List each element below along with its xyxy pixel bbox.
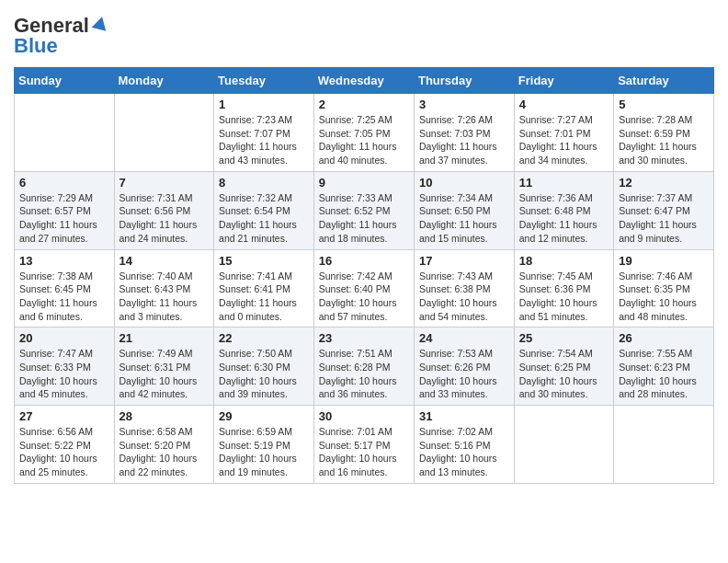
col-header-saturday: Saturday — [614, 68, 714, 94]
cell-content: Sunrise: 6:59 AM Sunset: 5:19 PM Dayligh… — [219, 425, 309, 479]
calendar-cell: 31Sunrise: 7:02 AM Sunset: 5:16 PM Dayli… — [414, 406, 514, 484]
day-number: 16 — [319, 254, 409, 268]
calendar-cell: 20Sunrise: 7:47 AM Sunset: 6:33 PM Dayli… — [15, 327, 115, 406]
logo-blue-text: Blue — [14, 34, 58, 58]
cell-content: Sunrise: 7:42 AM Sunset: 6:40 PM Dayligh… — [319, 270, 409, 324]
cell-content: Sunrise: 6:56 AM Sunset: 5:22 PM Dayligh… — [19, 425, 109, 479]
calendar-header-row: SundayMondayTuesdayWednesdayThursdayFrid… — [15, 68, 714, 94]
cell-content: Sunrise: 7:29 AM Sunset: 6:57 PM Dayligh… — [19, 191, 109, 246]
cell-content: Sunrise: 7:47 AM Sunset: 6:33 PM Dayligh… — [19, 347, 109, 401]
cell-content: Sunrise: 7:41 AM Sunset: 6:41 PM Dayligh… — [219, 270, 309, 324]
cell-content: Sunrise: 7:55 AM Sunset: 6:23 PM Dayligh… — [619, 347, 709, 401]
calendar-cell — [614, 406, 714, 484]
calendar-cell: 17Sunrise: 7:43 AM Sunset: 6:38 PM Dayli… — [414, 249, 514, 327]
calendar-cell: 30Sunrise: 7:01 AM Sunset: 5:17 PM Dayli… — [313, 406, 414, 484]
calendar-cell: 23Sunrise: 7:51 AM Sunset: 6:28 PM Dayli… — [313, 327, 414, 406]
cell-content: Sunrise: 7:01 AM Sunset: 5:17 PM Dayligh… — [319, 425, 409, 479]
calendar-cell: 9Sunrise: 7:33 AM Sunset: 6:52 PM Daylig… — [313, 171, 414, 249]
calendar-week-row: 13Sunrise: 7:38 AM Sunset: 6:45 PM Dayli… — [15, 249, 714, 327]
day-number: 8 — [219, 176, 309, 190]
day-number: 11 — [519, 176, 609, 190]
day-number: 2 — [319, 98, 409, 111]
calendar-cell: 5Sunrise: 7:28 AM Sunset: 6:59 PM Daylig… — [614, 94, 714, 172]
day-number: 20 — [19, 331, 109, 345]
day-number: 1 — [219, 98, 309, 111]
day-number: 7 — [119, 176, 210, 190]
col-header-thursday: Thursday — [414, 68, 514, 94]
calendar-week-row: 6Sunrise: 7:29 AM Sunset: 6:57 PM Daylig… — [15, 171, 714, 249]
day-number: 22 — [219, 331, 309, 345]
day-number: 10 — [419, 176, 509, 190]
day-number: 5 — [619, 98, 709, 111]
cell-content: Sunrise: 7:25 AM Sunset: 7:05 PM Dayligh… — [319, 113, 409, 167]
col-header-sunday: Sunday — [15, 68, 115, 94]
calendar-cell: 7Sunrise: 7:31 AM Sunset: 6:56 PM Daylig… — [114, 171, 214, 249]
day-number: 24 — [419, 331, 509, 345]
calendar-cell: 21Sunrise: 7:49 AM Sunset: 6:31 PM Dayli… — [114, 327, 214, 406]
calendar-cell: 26Sunrise: 7:55 AM Sunset: 6:23 PM Dayli… — [614, 327, 714, 406]
cell-content: Sunrise: 7:40 AM Sunset: 6:43 PM Dayligh… — [119, 270, 210, 324]
cell-content: Sunrise: 7:28 AM Sunset: 6:59 PM Dayligh… — [619, 113, 709, 167]
cell-content: Sunrise: 7:23 AM Sunset: 7:07 PM Dayligh… — [219, 113, 309, 167]
cell-content: Sunrise: 7:45 AM Sunset: 6:36 PM Dayligh… — [519, 270, 609, 324]
day-number: 26 — [619, 331, 709, 345]
calendar-cell: 15Sunrise: 7:41 AM Sunset: 6:41 PM Dayli… — [214, 249, 314, 327]
cell-content: Sunrise: 7:36 AM Sunset: 6:48 PM Dayligh… — [519, 191, 609, 246]
day-number: 3 — [419, 98, 509, 111]
calendar-cell: 24Sunrise: 7:53 AM Sunset: 6:26 PM Dayli… — [414, 327, 514, 406]
cell-content: Sunrise: 7:26 AM Sunset: 7:03 PM Dayligh… — [419, 113, 509, 167]
day-number: 12 — [619, 176, 709, 190]
calendar-cell: 6Sunrise: 7:29 AM Sunset: 6:57 PM Daylig… — [15, 171, 115, 249]
day-number: 29 — [219, 409, 309, 423]
day-number: 23 — [319, 331, 409, 345]
cell-content: Sunrise: 7:32 AM Sunset: 6:54 PM Dayligh… — [219, 191, 309, 246]
day-number: 19 — [619, 254, 709, 268]
day-number: 15 — [219, 254, 309, 268]
day-number: 14 — [119, 254, 210, 268]
calendar-cell: 14Sunrise: 7:40 AM Sunset: 6:43 PM Dayli… — [114, 249, 214, 327]
cell-content: Sunrise: 7:53 AM Sunset: 6:26 PM Dayligh… — [419, 347, 509, 401]
cell-content: Sunrise: 7:34 AM Sunset: 6:50 PM Dayligh… — [419, 191, 509, 246]
logo: General Blue — [14, 14, 109, 58]
cell-content: Sunrise: 7:51 AM Sunset: 6:28 PM Dayligh… — [319, 347, 409, 401]
cell-content: Sunrise: 7:33 AM Sunset: 6:52 PM Dayligh… — [319, 191, 409, 246]
day-number: 9 — [319, 176, 409, 190]
cell-content: Sunrise: 7:31 AM Sunset: 6:56 PM Dayligh… — [119, 191, 210, 246]
calendar-cell: 25Sunrise: 7:54 AM Sunset: 6:25 PM Dayli… — [514, 327, 613, 406]
calendar-cell: 4Sunrise: 7:27 AM Sunset: 7:01 PM Daylig… — [514, 94, 613, 172]
cell-content: Sunrise: 7:46 AM Sunset: 6:35 PM Dayligh… — [619, 270, 709, 324]
day-number: 31 — [419, 409, 509, 423]
calendar-week-row: 20Sunrise: 7:47 AM Sunset: 6:33 PM Dayli… — [15, 327, 714, 406]
calendar-cell: 3Sunrise: 7:26 AM Sunset: 7:03 PM Daylig… — [414, 94, 514, 172]
calendar-cell: 18Sunrise: 7:45 AM Sunset: 6:36 PM Dayli… — [514, 249, 613, 327]
calendar-cell: 2Sunrise: 7:25 AM Sunset: 7:05 PM Daylig… — [313, 94, 414, 172]
cell-content: Sunrise: 7:54 AM Sunset: 6:25 PM Dayligh… — [519, 347, 609, 401]
day-number: 28 — [119, 409, 210, 423]
calendar-table: SundayMondayTuesdayWednesdayThursdayFrid… — [14, 67, 714, 484]
col-header-friday: Friday — [514, 68, 613, 94]
svg-marker-0 — [92, 15, 109, 31]
calendar-cell: 16Sunrise: 7:42 AM Sunset: 6:40 PM Dayli… — [313, 249, 414, 327]
day-number: 4 — [519, 98, 609, 111]
col-header-wednesday: Wednesday — [313, 68, 414, 94]
page-header: General Blue — [14, 14, 714, 58]
day-number: 27 — [19, 409, 109, 423]
col-header-monday: Monday — [114, 68, 214, 94]
calendar-cell: 28Sunrise: 6:58 AM Sunset: 5:20 PM Dayli… — [114, 406, 214, 484]
day-number: 21 — [119, 331, 210, 345]
cell-content: Sunrise: 7:02 AM Sunset: 5:16 PM Dayligh… — [419, 425, 509, 479]
day-number: 30 — [319, 409, 409, 423]
day-number: 17 — [419, 254, 509, 268]
calendar-cell: 11Sunrise: 7:36 AM Sunset: 6:48 PM Dayli… — [514, 171, 613, 249]
cell-content: Sunrise: 7:50 AM Sunset: 6:30 PM Dayligh… — [219, 347, 309, 401]
calendar-cell: 1Sunrise: 7:23 AM Sunset: 7:07 PM Daylig… — [214, 94, 314, 172]
cell-content: Sunrise: 7:27 AM Sunset: 7:01 PM Dayligh… — [519, 113, 609, 167]
logo-icon — [91, 15, 109, 33]
cell-content: Sunrise: 7:43 AM Sunset: 6:38 PM Dayligh… — [419, 270, 509, 324]
calendar-cell: 10Sunrise: 7:34 AM Sunset: 6:50 PM Dayli… — [414, 171, 514, 249]
day-number: 6 — [19, 176, 109, 190]
calendar-cell: 12Sunrise: 7:37 AM Sunset: 6:47 PM Dayli… — [614, 171, 714, 249]
calendar-week-row: 27Sunrise: 6:56 AM Sunset: 5:22 PM Dayli… — [15, 406, 714, 484]
calendar-cell: 19Sunrise: 7:46 AM Sunset: 6:35 PM Dayli… — [614, 249, 714, 327]
calendar-week-row: 1Sunrise: 7:23 AM Sunset: 7:07 PM Daylig… — [15, 94, 714, 172]
